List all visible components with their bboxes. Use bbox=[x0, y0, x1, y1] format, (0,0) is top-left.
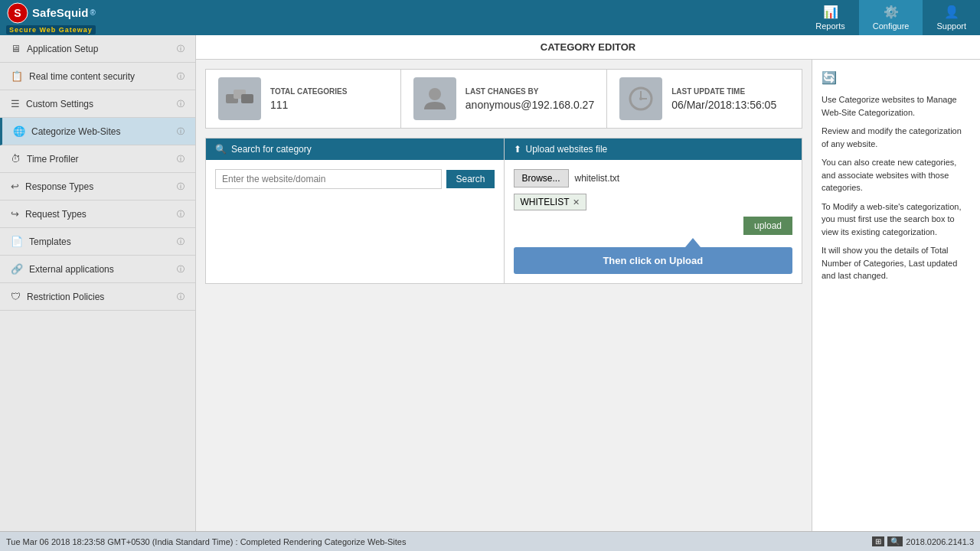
sidebar-label-realtime: Real time content security bbox=[29, 71, 135, 82]
upload-panel: ⬆ Upload websites file Browse... whiteli… bbox=[505, 138, 803, 284]
time-profiler-icon: ⏱ bbox=[11, 153, 21, 165]
sidebar-item-response-types[interactable]: ↩ Response Types ⓘ bbox=[0, 173, 195, 201]
upload-header-label: Upload websites file bbox=[526, 144, 608, 155]
sidebar-label-request-types: Request Types bbox=[25, 209, 87, 220]
last-update-value: 06/Mar/2018:13:56:05 bbox=[671, 99, 776, 111]
logo-subtitle: Secure Web Gateway bbox=[6, 25, 96, 34]
sidebar-label-application-setup: Application Setup bbox=[27, 44, 98, 54]
action-row: 🔍 Search for category Search bbox=[205, 138, 802, 284]
stat-total-categories: TOTAL CATEGORIES 111 bbox=[206, 70, 401, 128]
response-types-icon: ↩ bbox=[11, 181, 19, 192]
version-text: 2018.0206.2141.3 bbox=[906, 537, 974, 546]
status-right: ⊞ 🔍 2018.0206.2141.3 bbox=[872, 536, 974, 546]
templates-icon: 📄 bbox=[11, 236, 23, 247]
search-panel: 🔍 Search for category Search bbox=[205, 138, 505, 284]
refresh-icon[interactable]: 🔄 bbox=[822, 69, 837, 87]
status-bar: Tue Mar 06 2018 18:23:58 GMT+0530 (India… bbox=[0, 531, 980, 551]
application-setup-icon: 🖥 bbox=[11, 43, 21, 54]
help-icon-time-profiler[interactable]: ⓘ bbox=[177, 154, 185, 165]
search-header-label: Search for category bbox=[231, 144, 312, 155]
sidebar-item-restriction-policies[interactable]: 🛡 Restriction Policies ⓘ bbox=[0, 283, 195, 311]
info-text-2: Review and modify the categorization of … bbox=[822, 125, 971, 150]
nav-reports[interactable]: 📊 Reports bbox=[802, 0, 859, 35]
help-icon-application-setup[interactable]: ⓘ bbox=[177, 44, 185, 54]
page-title: CATEGORY EDITOR bbox=[196, 35, 980, 60]
top-navigation: S SafeSquid ® Secure Web Gateway 📊 Repor… bbox=[0, 0, 980, 35]
last-changes-value: anonymous@192.168.0.27 bbox=[466, 99, 594, 111]
nav-configure-label: Configure bbox=[873, 21, 910, 31]
stats-row: TOTAL CATEGORIES 111 LAST CHANGES bbox=[205, 69, 802, 129]
help-icon-custom-settings[interactable]: ⓘ bbox=[177, 99, 185, 109]
sidebar-item-external-applications[interactable]: 🔗 External applications ⓘ bbox=[0, 256, 195, 283]
sidebar-label-restriction-policies: Restriction Policies bbox=[27, 292, 104, 302]
external-apps-icon: 🔗 bbox=[11, 263, 23, 275]
info-panel-header: 🔄 bbox=[822, 69, 971, 87]
stat-last-changes: LAST CHANGES BY anonymous@192.168.0.27 bbox=[401, 70, 607, 128]
search-row: Search bbox=[215, 169, 495, 189]
nav-support[interactable]: 👤 Support bbox=[923, 0, 980, 35]
status-icon-1[interactable]: ⊞ bbox=[872, 536, 884, 546]
file-name-display: whitelist.txt bbox=[575, 173, 620, 184]
logo-title: S SafeSquid ® bbox=[6, 2, 96, 24]
search-magnifier-icon: 🔍 bbox=[215, 144, 227, 155]
nav-items: 📊 Reports ⚙️ Configure 👤 Support bbox=[802, 0, 980, 35]
upload-file-row: Browse... whitelist.txt bbox=[514, 169, 793, 187]
main-content: TOTAL CATEGORIES 111 LAST CHANGES bbox=[196, 60, 980, 531]
content-area: CATEGORY EDITOR TOTAL C bbox=[196, 35, 980, 531]
sidebar-item-time-profiler[interactable]: ⏱ Time Profiler ⓘ bbox=[0, 145, 195, 173]
last-changes-icon bbox=[413, 77, 456, 120]
upload-header: ⬆ Upload websites file bbox=[505, 139, 802, 160]
total-categories-icon bbox=[218, 77, 261, 120]
help-icon-realtime[interactable]: ⓘ bbox=[177, 71, 185, 82]
logo-area: S SafeSquid ® Secure Web Gateway bbox=[0, 2, 102, 34]
sidebar-item-categorize-websites[interactable]: 🌐 Categorize Web-Sites ⓘ bbox=[0, 118, 195, 145]
sidebar-label-custom-settings: Custom Settings bbox=[26, 99, 93, 109]
reports-icon: 📊 bbox=[823, 5, 838, 19]
search-input[interactable] bbox=[215, 169, 442, 189]
upload-button[interactable]: upload bbox=[743, 217, 792, 235]
tag-row: WHITELIST ✕ bbox=[514, 194, 793, 210]
svg-text:S: S bbox=[14, 7, 21, 19]
sidebar-label-response-types: Response Types bbox=[25, 181, 93, 192]
help-icon-templates[interactable]: ⓘ bbox=[177, 236, 185, 247]
sidebar-item-custom-settings[interactable]: ☰ Custom Settings ⓘ bbox=[0, 90, 195, 118]
sidebar-item-templates[interactable]: 📄 Templates ⓘ bbox=[0, 228, 195, 256]
search-header: 🔍 Search for category bbox=[206, 139, 504, 160]
tag-close-icon[interactable]: ✕ bbox=[573, 197, 580, 207]
help-icon-restriction-policies[interactable]: ⓘ bbox=[177, 292, 185, 302]
status-icon-2[interactable]: 🔍 bbox=[887, 536, 903, 546]
help-icon-response-types[interactable]: ⓘ bbox=[177, 181, 185, 192]
help-icon-external-apps[interactable]: ⓘ bbox=[177, 264, 185, 275]
nav-configure[interactable]: ⚙️ Configure bbox=[859, 0, 923, 35]
browse-button[interactable]: Browse... bbox=[514, 169, 569, 187]
search-body: Search bbox=[206, 160, 504, 198]
sidebar: 🖥 Application Setup ⓘ 📋 Real time conten… bbox=[0, 35, 196, 531]
main-layout: 🖥 Application Setup ⓘ 📋 Real time conten… bbox=[0, 35, 980, 531]
info-text-4: To Modify a web-site's categorization, y… bbox=[822, 201, 971, 239]
help-icon-request-types[interactable]: ⓘ bbox=[177, 209, 185, 220]
status-text: Tue Mar 06 2018 18:23:58 GMT+0530 (India… bbox=[6, 537, 406, 546]
last-update-label: LAST UPDATE TIME bbox=[671, 87, 776, 96]
total-categories-value: 111 bbox=[270, 99, 347, 111]
restriction-policies-icon: 🛡 bbox=[11, 291, 21, 302]
support-icon: 👤 bbox=[944, 5, 959, 19]
info-text-5: It will show you the details of Total Nu… bbox=[822, 244, 971, 282]
info-text-3: You can also create new categories, and … bbox=[822, 156, 971, 194]
sidebar-item-application-setup[interactable]: 🖥 Application Setup ⓘ bbox=[0, 35, 195, 63]
last-update-icon bbox=[619, 77, 662, 120]
categorize-icon: 🌐 bbox=[13, 126, 25, 137]
whitelist-tag: WHITELIST ✕ bbox=[514, 194, 586, 210]
realtime-icon: 📋 bbox=[11, 70, 23, 82]
nav-reports-label: Reports bbox=[815, 21, 845, 31]
logo: S SafeSquid ® Secure Web Gateway bbox=[6, 2, 96, 34]
search-button[interactable]: Search bbox=[446, 170, 494, 188]
sidebar-label-categorize: Categorize Web-Sites bbox=[31, 126, 121, 137]
sidebar-item-realtime-content[interactable]: 📋 Real time content security ⓘ bbox=[0, 63, 195, 90]
help-icon-categorize[interactable]: ⓘ bbox=[177, 126, 185, 137]
sidebar-item-request-types[interactable]: ↪ Request Types ⓘ bbox=[0, 201, 195, 228]
sidebar-label-external-apps: External applications bbox=[29, 264, 114, 275]
svg-point-5 bbox=[429, 88, 441, 100]
last-changes-label: LAST CHANGES BY bbox=[466, 87, 594, 96]
total-categories-label: TOTAL CATEGORIES bbox=[270, 87, 347, 96]
tooltip-box: Then click on Upload bbox=[514, 247, 793, 274]
